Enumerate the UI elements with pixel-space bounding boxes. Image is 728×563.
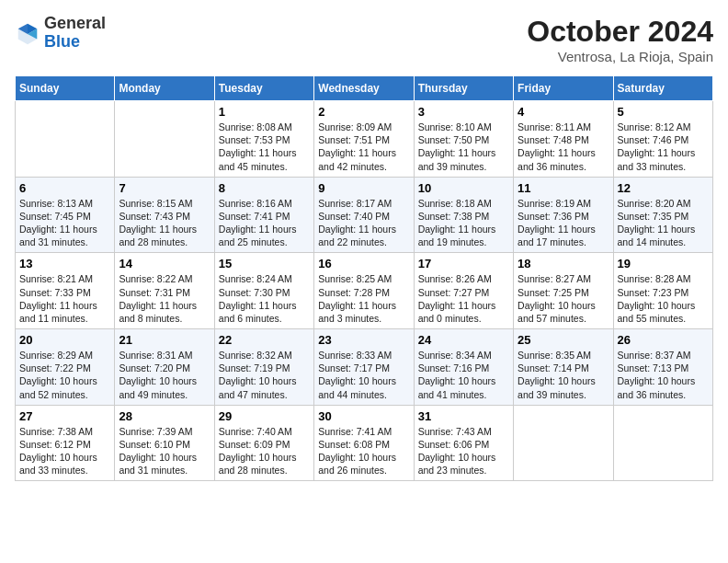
day-content: Sunrise: 8:10 AM Sunset: 7:50 PM Dayligh… [418,121,509,173]
day-content: Sunrise: 8:12 AM Sunset: 7:46 PM Dayligh… [618,121,709,173]
weekday-header: Friday [514,76,613,101]
day-content: Sunrise: 8:20 AM Sunset: 7:35 PM Dayligh… [618,197,709,249]
day-number: 1 [219,105,310,119]
calendar-cell: 25Sunrise: 8:35 AM Sunset: 7:14 PM Dayli… [514,329,613,406]
day-content: Sunrise: 8:15 AM Sunset: 7:43 PM Dayligh… [119,197,210,249]
calendar-cell: 23Sunrise: 8:33 AM Sunset: 7:17 PM Dayli… [314,329,414,406]
day-number: 6 [19,181,110,195]
day-content: Sunrise: 7:38 AM Sunset: 6:12 PM Dayligh… [19,425,110,477]
day-number: 24 [418,333,509,347]
day-number: 21 [119,333,210,347]
calendar-cell: 26Sunrise: 8:37 AM Sunset: 7:13 PM Dayli… [613,329,712,406]
calendar-cell: 5Sunrise: 8:12 AM Sunset: 7:46 PM Daylig… [613,101,712,178]
day-number: 26 [618,333,709,347]
day-content: Sunrise: 7:41 AM Sunset: 6:08 PM Dayligh… [318,425,409,477]
day-number: 7 [119,181,210,195]
day-number: 15 [219,257,310,270]
calendar-cell [115,101,214,178]
calendar-cell: 14Sunrise: 8:22 AM Sunset: 7:31 PM Dayli… [115,253,214,329]
calendar-header: SundayMondayTuesdayWednesdayThursdayFrid… [16,76,713,101]
day-content: Sunrise: 8:26 AM Sunset: 7:27 PM Dayligh… [418,272,509,325]
calendar-cell: 31Sunrise: 7:43 AM Sunset: 6:06 PM Dayli… [414,405,513,481]
calendar-cell: 20Sunrise: 8:29 AM Sunset: 7:22 PM Dayli… [16,329,115,406]
day-content: Sunrise: 8:37 AM Sunset: 7:13 PM Dayligh… [618,349,709,401]
day-content: Sunrise: 8:24 AM Sunset: 7:30 PM Dayligh… [219,272,310,325]
day-content: Sunrise: 8:11 AM Sunset: 7:48 PM Dayligh… [518,121,609,173]
day-number: 17 [418,257,509,270]
calendar-week-row: 6Sunrise: 8:13 AM Sunset: 7:45 PM Daylig… [16,177,713,253]
day-number: 11 [518,181,609,195]
day-content: Sunrise: 8:21 AM Sunset: 7:33 PM Dayligh… [19,272,110,325]
logo-text: General Blue [44,15,106,52]
day-content: Sunrise: 8:25 AM Sunset: 7:28 PM Dayligh… [318,272,409,325]
day-content: Sunrise: 8:28 AM Sunset: 7:23 PM Dayligh… [618,272,709,325]
day-number: 14 [119,257,210,270]
day-number: 31 [418,409,509,423]
calendar-cell [16,101,115,178]
calendar-cell: 11Sunrise: 8:19 AM Sunset: 7:36 PM Dayli… [514,177,613,253]
day-content: Sunrise: 8:09 AM Sunset: 7:51 PM Dayligh… [318,121,409,173]
calendar-cell: 12Sunrise: 8:20 AM Sunset: 7:35 PM Dayli… [613,177,712,253]
calendar-cell: 3Sunrise: 8:10 AM Sunset: 7:50 PM Daylig… [414,101,513,178]
page-header: General Blue October 2024 Ventrosa, La R… [15,15,713,64]
calendar-cell: 1Sunrise: 8:08 AM Sunset: 7:53 PM Daylig… [214,101,313,178]
day-number: 10 [418,181,509,195]
day-number: 9 [318,181,409,195]
calendar-cell: 27Sunrise: 7:38 AM Sunset: 6:12 PM Dayli… [16,405,115,481]
day-content: Sunrise: 8:35 AM Sunset: 7:14 PM Dayligh… [518,349,609,401]
calendar-cell: 4Sunrise: 8:11 AM Sunset: 7:48 PM Daylig… [514,101,613,178]
weekday-header: Saturday [613,76,712,101]
day-content: Sunrise: 8:29 AM Sunset: 7:22 PM Dayligh… [19,349,110,401]
calendar-cell: 30Sunrise: 7:41 AM Sunset: 6:08 PM Dayli… [314,405,414,481]
day-content: Sunrise: 8:17 AM Sunset: 7:40 PM Dayligh… [318,197,409,249]
calendar-cell: 24Sunrise: 8:34 AM Sunset: 7:16 PM Dayli… [414,329,513,406]
day-number: 2 [318,105,409,119]
day-content: Sunrise: 8:33 AM Sunset: 7:17 PM Dayligh… [318,349,409,401]
calendar-body: 1Sunrise: 8:08 AM Sunset: 7:53 PM Daylig… [16,101,713,481]
calendar-cell: 2Sunrise: 8:09 AM Sunset: 7:51 PM Daylig… [314,101,414,178]
day-number: 12 [618,181,709,195]
day-number: 16 [318,257,409,270]
weekday-header: Sunday [16,76,115,101]
day-number: 23 [318,333,409,347]
day-content: Sunrise: 8:13 AM Sunset: 7:45 PM Dayligh… [19,197,110,249]
logo-icon [15,20,40,46]
day-number: 18 [518,257,609,270]
calendar-cell: 29Sunrise: 7:40 AM Sunset: 6:09 PM Dayli… [214,405,313,481]
day-number: 4 [518,105,609,119]
weekday-header: Tuesday [214,76,313,101]
calendar-cell: 17Sunrise: 8:26 AM Sunset: 7:27 PM Dayli… [414,253,513,329]
calendar-week-row: 1Sunrise: 8:08 AM Sunset: 7:53 PM Daylig… [16,101,713,178]
day-content: Sunrise: 8:19 AM Sunset: 7:36 PM Dayligh… [518,197,609,249]
calendar-cell: 16Sunrise: 8:25 AM Sunset: 7:28 PM Dayli… [314,253,414,329]
weekday-row: SundayMondayTuesdayWednesdayThursdayFrid… [16,76,713,101]
month-title: October 2024 [527,15,713,49]
day-number: 27 [19,409,110,423]
day-content: Sunrise: 8:32 AM Sunset: 7:19 PM Dayligh… [219,349,310,401]
calendar-cell: 8Sunrise: 8:16 AM Sunset: 7:41 PM Daylig… [214,177,313,253]
day-content: Sunrise: 8:18 AM Sunset: 7:38 PM Dayligh… [418,197,509,249]
day-content: Sunrise: 8:22 AM Sunset: 7:31 PM Dayligh… [119,272,210,325]
calendar-cell: 6Sunrise: 8:13 AM Sunset: 7:45 PM Daylig… [16,177,115,253]
day-content: Sunrise: 8:08 AM Sunset: 7:53 PM Dayligh… [219,121,310,173]
calendar-cell [514,405,613,481]
calendar-cell: 21Sunrise: 8:31 AM Sunset: 7:20 PM Dayli… [115,329,214,406]
calendar-cell: 18Sunrise: 8:27 AM Sunset: 7:25 PM Dayli… [514,253,613,329]
day-number: 3 [418,105,509,119]
day-number: 20 [19,333,110,347]
calendar-cell: 7Sunrise: 8:15 AM Sunset: 7:43 PM Daylig… [115,177,214,253]
day-content: Sunrise: 8:31 AM Sunset: 7:20 PM Dayligh… [119,349,210,401]
day-number: 29 [219,409,310,423]
day-number: 28 [119,409,210,423]
day-number: 19 [618,257,709,270]
calendar-cell: 15Sunrise: 8:24 AM Sunset: 7:30 PM Dayli… [214,253,313,329]
day-number: 13 [19,257,110,270]
calendar-cell: 28Sunrise: 7:39 AM Sunset: 6:10 PM Dayli… [115,405,214,481]
calendar-cell: 9Sunrise: 8:17 AM Sunset: 7:40 PM Daylig… [314,177,414,253]
calendar-cell: 22Sunrise: 8:32 AM Sunset: 7:19 PM Dayli… [214,329,313,406]
calendar-week-row: 27Sunrise: 7:38 AM Sunset: 6:12 PM Dayli… [16,405,713,481]
logo: General Blue [15,15,106,52]
calendar-cell: 10Sunrise: 8:18 AM Sunset: 7:38 PM Dayli… [414,177,513,253]
day-number: 5 [618,105,709,119]
day-content: Sunrise: 7:43 AM Sunset: 6:06 PM Dayligh… [418,425,509,477]
